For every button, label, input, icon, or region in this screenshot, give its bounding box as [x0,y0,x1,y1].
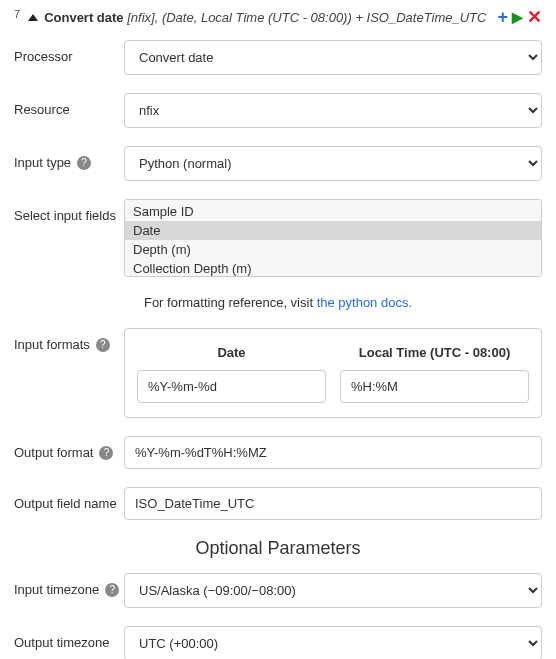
label-input-timezone: Input timezone ? [14,573,124,599]
step-header: 7 Convert date [nfix], (Date, Local Time… [14,8,542,26]
label-output-format: Output format ? [14,436,124,462]
label-input-formats: Input formats ? [14,328,124,354]
input-timezone-select[interactable]: US/Alaska (−09:00/−08:00) [124,573,542,608]
step-number: 7 [14,8,20,20]
list-item[interactable]: Date [125,221,541,240]
label-output-timezone: Output timezone [14,626,124,652]
list-item[interactable]: Depth (m) [125,240,541,259]
output-timezone-select[interactable]: UTC (+00:00) [124,626,542,659]
help-icon[interactable]: ? [77,156,91,170]
input-formats-box: Date Local Time (UTC - 08:00) [124,328,542,418]
output-field-name-input[interactable] [124,487,542,520]
input-format-header-0: Date [137,339,326,370]
input-format-value-1[interactable] [340,370,529,403]
run-icon[interactable]: ▶ [512,10,523,24]
list-item[interactable]: Sample ID [125,202,541,221]
label-select-input-fields: Select input fields [14,199,124,225]
output-format-input[interactable] [124,436,542,469]
formatting-hint: For formatting reference, visit the pyth… [14,295,542,310]
label-processor: Processor [14,40,124,66]
step-title: Convert date [nfix], (Date, Local Time (… [44,10,486,25]
label-resource: Resource [14,93,124,119]
help-icon[interactable]: ? [99,446,113,460]
processor-select[interactable]: Convert date [124,40,542,75]
help-icon[interactable]: ? [105,583,119,597]
resource-select[interactable]: nfix [124,93,542,128]
label-output-field-name: Output field name [14,487,124,513]
input-format-value-0[interactable] [137,370,326,403]
input-fields-listbox[interactable]: Sample IDDateDepth (m)Collection Depth (… [124,199,542,277]
python-docs-link[interactable]: the python docs. [317,295,412,310]
list-item[interactable]: Collection Depth (m) [125,259,541,277]
help-icon[interactable]: ? [96,338,110,352]
add-icon[interactable]: + [497,8,508,26]
input-format-header-1: Local Time (UTC - 08:00) [340,339,529,370]
optional-parameters-heading: Optional Parameters [14,538,542,559]
label-input-type: Input type ? [14,146,124,172]
step-title-main: Convert date [44,10,123,25]
input-type-select[interactable]: Python (normal) [124,146,542,181]
delete-icon[interactable]: ✕ [527,8,542,26]
step-title-detail: [nfix], (Date, Local Time (UTC - 08:00))… [127,10,486,25]
collapse-up-icon[interactable] [28,14,38,21]
